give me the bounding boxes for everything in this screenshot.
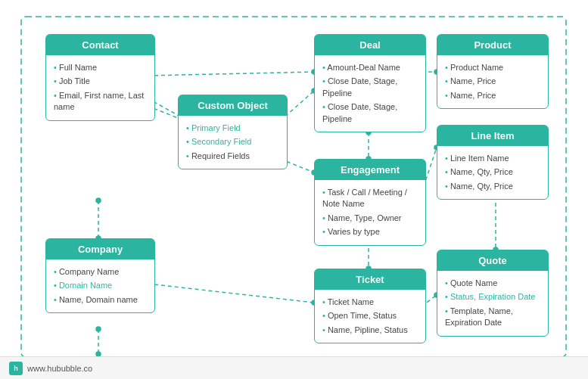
ticket-card: Ticket Ticket Name Open Time, Status Nam…	[314, 269, 426, 343]
deal-body: Amount-Deal Name Close Date, Stage, Pipe…	[315, 55, 425, 132]
engagement-body: Task / Call / Meeting / Note Name Name, …	[315, 180, 425, 245]
product-item-3: Name, Price	[445, 90, 540, 101]
custom-item-2: Secondary Field	[186, 136, 279, 148]
contact-card: Contact Full Name Job Title Email, First…	[45, 34, 155, 121]
contact-item-3: Email, First name, Last name	[54, 90, 147, 113]
quote-body: Quote Name Status, Expiration Date Templ…	[437, 271, 548, 336]
custom-object-header: Custom Object	[179, 95, 287, 116]
engagement-item-1: Task / Call / Meeting / Note Name	[322, 187, 418, 210]
product-item-1: Product Name	[445, 62, 540, 73]
contact-body: Full Name Job Title Email, First name, L…	[46, 55, 154, 120]
custom-item-3: Required Fields	[186, 151, 279, 162]
product-card: Product Product Name Name, Price Name, P…	[437, 34, 549, 109]
footer-url: www.hububble.co	[27, 364, 92, 373]
contact-header: Contact	[46, 35, 154, 55]
line-item-header: Line Item	[437, 126, 548, 146]
svg-line-11	[148, 284, 314, 303]
engagement-item-3: Varies by type	[322, 226, 418, 238]
line-item-card: Line Item Line Item Name Name, Qty, Pric…	[437, 125, 549, 200]
line-item-item-1: Line Item Name	[445, 153, 540, 164]
company-header: Company	[46, 239, 154, 259]
company-item-1: Company Name	[54, 266, 147, 278]
engagement-card: Engagement Task / Call / Meeting / Note …	[314, 159, 426, 246]
deal-item-2: Close Date, Stage, Pipeline	[322, 76, 418, 99]
custom-object-card: Custom Object Primary Field Secondary Fi…	[178, 95, 288, 169]
footer: h www.hububble.co	[0, 356, 588, 379]
product-item-2: Name, Price	[445, 76, 540, 87]
company-card: Company Company Name Domain Name Name, D…	[45, 238, 155, 313]
line-item-item-2: Name, Qty, Price	[445, 166, 540, 178]
contact-item-2: Job Title	[54, 76, 147, 87]
deal-header: Deal	[315, 35, 425, 55]
deal-card: Deal Amount-Deal Name Close Date, Stage,…	[314, 34, 426, 132]
quote-item-2: Status, Expiration Date	[445, 291, 540, 303]
ticket-item-2: Open Time, Status	[322, 310, 418, 322]
quote-card: Quote Quote Name Status, Expiration Date…	[437, 250, 549, 337]
quote-item-1: Quote Name	[445, 278, 540, 289]
ticket-item-3: Name, Pipline, Status	[322, 325, 418, 336]
custom-item-1: Primary Field	[186, 123, 279, 134]
custom-object-body: Primary Field Secondary Field Required F…	[179, 116, 287, 169]
engagement-item-2: Name, Type, Owner	[322, 213, 418, 224]
line-item-body: Line Item Name Name, Qty, Price Name, Qt…	[437, 146, 548, 199]
ticket-header: Ticket	[315, 269, 425, 290]
product-body: Product Name Name, Price Name, Price	[437, 55, 548, 108]
engagement-header: Engagement	[315, 160, 425, 180]
company-item-2: Domain Name	[54, 280, 147, 291]
deal-item-3: Close Date, Stage, Pipeline	[322, 101, 418, 125]
line-item-item-3: Name, Qty, Price	[445, 181, 540, 192]
quote-header: Quote	[437, 250, 548, 271]
svg-line-2	[148, 72, 314, 76]
product-header: Product	[437, 35, 548, 55]
deal-item-1: Amount-Deal Name	[322, 62, 418, 73]
contact-item-1: Full Name	[54, 62, 147, 73]
ticket-item-1: Ticket Name	[322, 297, 418, 308]
company-body: Company Name Domain Name Name, Domain na…	[46, 259, 154, 312]
company-item-3: Name, Domain name	[54, 294, 147, 306]
footer-logo: h	[9, 362, 23, 375]
quote-item-3: Template, Name, Expiration Date	[445, 306, 540, 329]
ticket-body: Ticket Name Open Time, Status Name, Pipl…	[315, 290, 425, 343]
